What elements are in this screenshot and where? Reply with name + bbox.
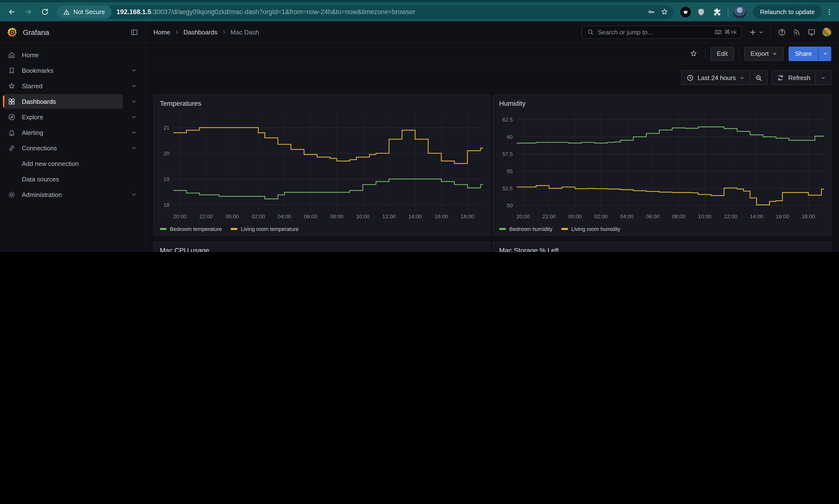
sidebar-item-label: Home <box>22 51 39 58</box>
breadcrumb-dashboards[interactable]: Dashboards <box>183 29 217 36</box>
svg-text:14:00: 14:00 <box>750 213 763 219</box>
chevron-down-icon[interactable] <box>818 46 831 61</box>
svg-text:06:00: 06:00 <box>304 213 317 219</box>
key-icon[interactable] <box>647 8 655 16</box>
puzzle-icon[interactable] <box>710 5 723 18</box>
svg-text:57.5: 57.5 <box>502 151 513 157</box>
dashboard-canvas: Last 24 hours Refresh <box>145 65 839 252</box>
sidebar-item-dashboards[interactable]: Dashboards <box>0 94 145 109</box>
chevron-down-icon[interactable] <box>123 114 145 120</box>
bell-icon <box>8 128 16 136</box>
share-button[interactable]: Share <box>789 46 831 61</box>
zoom-out-icon <box>755 74 763 81</box>
sidebar-item-explore[interactable]: Explore <box>0 109 145 125</box>
chevron-right-icon <box>221 29 227 35</box>
not-secure-chip[interactable]: Not Secure <box>57 5 112 19</box>
screen: Not Secure 192.168.1.5:30037/d/aegy09qon… <box>0 0 839 252</box>
sidebar-item-alerting[interactable]: Alerting <box>0 125 145 140</box>
svg-text:21: 21 <box>164 125 169 131</box>
bookmark-star-icon[interactable] <box>660 8 669 16</box>
chevron-down-icon <box>821 75 826 80</box>
refresh-picker: Refresh <box>772 70 831 85</box>
help-icon[interactable] <box>778 28 786 36</box>
sidebar-item-bookmarks[interactable]: Bookmarks <box>0 62 145 78</box>
sidebar-item-connections[interactable]: Connections <box>0 140 145 156</box>
address-bar[interactable]: Not Secure 192.168.1.5:30037/d/aegy09qon… <box>57 5 673 19</box>
kiosk-monitor-icon[interactable] <box>807 28 816 36</box>
legend-item[interactable]: Bedroom temperature <box>160 226 222 232</box>
svg-text:55: 55 <box>507 168 513 174</box>
panel-toggle-icon[interactable] <box>130 28 138 36</box>
export-button[interactable]: Export <box>744 47 784 60</box>
svg-text:20: 20 <box>164 150 169 157</box>
active-indicator <box>3 95 4 107</box>
url-text: 192.168.1.5:30037/d/aegy09qong0zkd/mac-d… <box>117 8 643 16</box>
breadcrumb-home[interactable]: Home <box>153 29 170 36</box>
chevron-down-icon[interactable] <box>123 129 145 135</box>
sidebar-item-data-sources[interactable]: Data sources <box>0 171 145 187</box>
browser-profile-avatar[interactable] <box>733 5 746 18</box>
grafana-header: Grafana Home Dashboards Mac Dash Search … <box>0 21 839 43</box>
panel-title[interactable]: Mac CPU usage <box>154 242 490 252</box>
time-range-label: Last 24 hours <box>698 74 736 81</box>
sidebar-item-starred[interactable]: Starred <box>0 78 145 94</box>
sidebar-item-label: Starred <box>22 82 42 90</box>
svg-text:10:00: 10:00 <box>698 213 711 219</box>
svg-text:10:00: 10:00 <box>356 213 370 219</box>
toolbar-divider <box>705 49 706 58</box>
legend-item[interactable]: Bedroom humidity <box>499 226 552 232</box>
svg-text:16:00: 16:00 <box>776 213 789 219</box>
forward-icon[interactable] <box>21 5 35 19</box>
chevron-down-icon[interactable] <box>123 192 145 197</box>
brand-label: Grafana <box>23 28 49 36</box>
refresh-button[interactable]: Refresh <box>772 71 815 85</box>
favorite-star-icon[interactable] <box>687 47 700 60</box>
chevron-down-icon[interactable] <box>123 83 145 89</box>
keyboard-icon <box>714 28 722 36</box>
chevron-down-icon[interactable] <box>123 68 145 73</box>
time-range-button[interactable]: Last 24 hours <box>682 71 750 85</box>
svg-text:18:00: 18:00 <box>802 213 815 219</box>
news-rss-icon[interactable] <box>793 28 801 36</box>
edit-button[interactable]: Edit <box>710 47 734 60</box>
legend-label: Living room temperature <box>241 226 298 232</box>
svg-text:02:00: 02:00 <box>252 213 265 219</box>
fox-extension-icon[interactable] <box>679 5 692 18</box>
legend-label: Bedroom humidity <box>509 226 552 232</box>
header-divider <box>771 27 771 37</box>
sidebar-item-administration[interactable]: Administration <box>0 187 145 202</box>
svg-text:16:00: 16:00 <box>434 213 448 219</box>
legend-item[interactable]: Living room temperature <box>230 226 298 232</box>
chevron-down-icon[interactable] <box>123 98 145 104</box>
legend-item[interactable]: Living room humidity <box>561 226 620 232</box>
bookmark-icon <box>8 67 16 74</box>
panel-title[interactable]: Temperatures <box>154 95 490 109</box>
user-avatar[interactable] <box>822 28 831 36</box>
compass-icon <box>8 113 16 121</box>
breadcrumb-current: Mac Dash <box>230 29 259 36</box>
panel-title[interactable]: Humidity <box>493 95 831 109</box>
refresh-interval-button[interactable] <box>816 71 831 85</box>
sidebar-item-add-new-connection[interactable]: Add new connection <box>0 156 145 171</box>
temperatures-chart[interactable]: 20:0022:0000:0002:0004:0006:0008:0010:00… <box>158 110 486 222</box>
relaunch-button[interactable]: Relaunch to update <box>753 5 822 19</box>
gear-icon <box>8 191 16 198</box>
browser-divider <box>728 7 728 17</box>
browser-menu-icon[interactable] <box>824 8 834 16</box>
reload-icon[interactable] <box>38 5 51 19</box>
breadcrumb: Home Dashboards Mac Dash <box>153 29 259 36</box>
search-input[interactable]: Search or jump to... ⌘+k <box>582 25 742 39</box>
sidebar-item-home[interactable]: Home <box>0 47 145 62</box>
add-menu-button[interactable] <box>749 28 764 36</box>
shield-extension-icon[interactable] <box>695 5 707 18</box>
svg-text:08:00: 08:00 <box>672 213 685 219</box>
panel-title[interactable]: Mac Storage % Left <box>493 242 831 252</box>
chevron-up-icon[interactable] <box>123 145 145 151</box>
sidebar-item-label: Data sources <box>22 175 59 183</box>
zoom-out-button[interactable] <box>750 71 767 85</box>
svg-text:19: 19 <box>164 176 169 182</box>
back-icon[interactable] <box>5 5 18 19</box>
svg-text:22:00: 22:00 <box>542 213 556 219</box>
grafana-logo[interactable] <box>7 26 18 38</box>
humidity-chart[interactable]: 20:0022:0000:0002:0004:0006:0008:0010:00… <box>497 110 827 222</box>
